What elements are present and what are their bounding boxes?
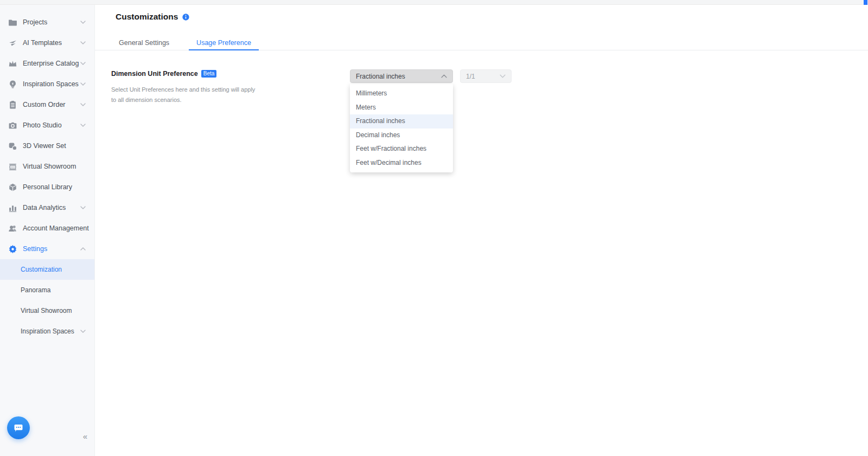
preference-description: Select Unit Preferences here and this se…: [111, 85, 257, 105]
sidebar-item-photo-studio[interactable]: Photo Studio: [0, 115, 94, 136]
sidebar-item-inspiration-spaces[interactable]: Inspiration Spaces: [0, 74, 94, 94]
chevron-up-icon: [441, 74, 447, 78]
sidebar-item-label: Data Analytics: [23, 204, 66, 211]
lightbulb-icon: [8, 79, 17, 89]
chat-bubble-icon: [12, 422, 24, 434]
preference-label: Dimension Unit Preference: [111, 70, 198, 78]
crown-icon: [8, 59, 17, 68]
sidebar-item-label: Photo Studio: [23, 121, 62, 129]
chevron-down-icon: [80, 206, 86, 209]
dropdown-option-meters[interactable]: Meters: [350, 101, 453, 115]
chevron-down-icon: [80, 103, 86, 106]
dropdown-option-millimeters[interactable]: Millimeters: [350, 87, 453, 101]
sidebar-item-custom-order[interactable]: Custom Order: [0, 94, 94, 115]
sidebar-item-label: Account Management: [23, 224, 89, 232]
clipboard-icon: [8, 100, 17, 110]
precision-select-value: 1/1: [466, 73, 500, 80]
page-header: Customizations: [116, 12, 189, 22]
sidebar-subitem-label: Customization: [21, 266, 62, 273]
page-title: Customizations: [116, 12, 178, 22]
sidebar-item-projects[interactable]: Projects: [0, 12, 94, 33]
storefront-icon: [8, 162, 17, 171]
users-icon: [8, 223, 17, 233]
sidebar-item-label: Projects: [23, 18, 47, 26]
sidebar-subitem-customization[interactable]: Customization: [0, 259, 94, 280]
sidebar-subitem-virtual-showroom[interactable]: Virtual Showroom: [0, 300, 94, 321]
precision-select[interactable]: 1/1: [460, 69, 512, 83]
sidebar-item-label: Custom Order: [23, 101, 66, 108]
dropdown-option-decimal-inches[interactable]: Decimal inches: [350, 129, 453, 143]
sidebar-item-3d-viewer-set[interactable]: 3D Viewer Set: [0, 136, 94, 156]
sidebar-item-data-analytics[interactable]: Data Analytics: [0, 197, 94, 218]
sidebar-collapse-button[interactable]: «: [83, 432, 87, 441]
dropdown-option-fractional-inches[interactable]: Fractional inches: [350, 114, 453, 129]
top-strip: [0, 0, 868, 5]
sidebar-item-settings[interactable]: Settings: [0, 239, 94, 259]
sidebar-item-label: Personal Library: [23, 183, 72, 191]
sidebar-item-ai-templates[interactable]: AI Templates: [0, 33, 94, 53]
sidebar-item-account-management[interactable]: Account Management: [0, 218, 94, 239]
sidebar-subitem-label: Inspiration Spaces: [21, 327, 74, 335]
chat-button[interactable]: [7, 416, 30, 439]
unit-select-value: Fractional inches: [356, 73, 441, 80]
chevron-down-icon: [80, 124, 86, 127]
tab-bar: General Settings Usage Preference: [95, 36, 868, 50]
tab-usage-preference[interactable]: Usage Preference: [189, 36, 259, 50]
dropdown-option-feet-fractional-inches[interactable]: Feet w/Fractional inches: [350, 142, 453, 156]
sidebar-item-personal-library[interactable]: Personal Library: [0, 177, 94, 197]
beta-badge: Beta: [201, 70, 217, 78]
tab-general-settings[interactable]: General Settings: [111, 36, 177, 50]
info-icon[interactable]: [182, 14, 189, 21]
sidebar-subitem-inspiration-spaces[interactable]: Inspiration Spaces: [0, 321, 94, 342]
horizontal-scrollbar-thumb[interactable]: [864, 0, 867, 5]
chevron-down-icon: [80, 62, 86, 65]
sidebar-item-enterprise-catalog[interactable]: Enterprise Catalog: [0, 53, 94, 74]
sidebar-item-label: 3D Viewer Set: [23, 142, 66, 150]
preference-label-row: Dimension Unit Preference Beta: [111, 70, 216, 78]
box-icon: [8, 182, 17, 192]
sidebar-item-label: Virtual Showroom: [23, 163, 76, 170]
sidebar-item-label: AI Templates: [23, 39, 62, 47]
unit-dropdown-menu: Millimeters Meters Fractional inches Dec…: [350, 84, 453, 172]
chevron-down-icon: [500, 74, 506, 78]
chevron-down-icon: [80, 41, 86, 44]
sidebar-item-label: Inspiration Spaces: [23, 80, 79, 88]
chevron-up-icon: [80, 247, 86, 251]
chevron-down-icon: [80, 330, 86, 333]
unit-select[interactable]: Fractional inches: [350, 69, 453, 83]
folder-icon: [8, 17, 17, 27]
dropdown-option-feet-decimal-inches[interactable]: Feet w/Decimal inches: [350, 156, 453, 170]
ai-templates-icon: [8, 38, 17, 48]
main-content: Customizations General Settings Usage Pr…: [95, 5, 868, 456]
sidebar-subitem-label: Panorama: [21, 286, 50, 294]
sidebar-nav: Projects AI Templates Enterprise Catalog…: [0, 5, 94, 342]
sidebar-item-label: Enterprise Catalog: [23, 60, 79, 67]
chevron-down-icon: [80, 21, 86, 24]
sidebar: Projects AI Templates Enterprise Catalog…: [0, 5, 95, 456]
sidebar-item-virtual-showroom[interactable]: Virtual Showroom: [0, 156, 94, 177]
gear-icon: [8, 244, 17, 254]
chevron-down-icon: [80, 82, 86, 86]
sidebar-item-label: Settings: [23, 245, 47, 253]
cube-icon: [8, 141, 17, 151]
camera-icon: [8, 120, 17, 130]
sidebar-subitem-panorama[interactable]: Panorama: [0, 280, 94, 300]
sidebar-subitem-label: Virtual Showroom: [21, 307, 72, 314]
bar-chart-icon: [8, 203, 17, 213]
